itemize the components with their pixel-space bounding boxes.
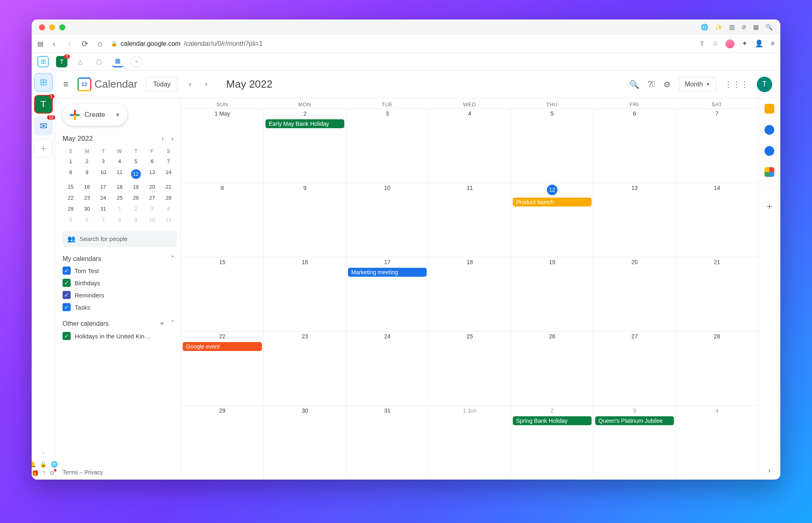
ext-calendar-active[interactable]: ▦ (112, 56, 123, 67)
shield-icon[interactable]: ⊘ (741, 24, 747, 31)
calendar-item[interactable]: ✓Holidays in the United Kin… (63, 332, 177, 340)
day-cell[interactable]: 23 (263, 331, 346, 405)
day-cell[interactable]: 24 (346, 331, 428, 405)
chevron-down-icon[interactable]: ˅ (42, 452, 45, 458)
day-cell[interactable]: 4 (428, 109, 511, 183)
day-cell[interactable]: 31 (346, 406, 428, 480)
minical-day[interactable]: 2 (79, 156, 95, 167)
new-tab-button[interactable]: ＋ (131, 56, 142, 67)
minical-day[interactable]: 10 (95, 167, 111, 181)
minical-day[interactable]: 20 (144, 181, 160, 192)
day-cell[interactable]: 13 (593, 183, 676, 257)
calendar-checkbox[interactable]: ✓ (63, 267, 71, 275)
ext-doc[interactable]: ▢ (93, 56, 105, 67)
panel-icon[interactable]: ▤ (37, 40, 43, 47)
minical-day[interactable]: 9 (128, 214, 144, 225)
minical-day[interactable]: 16 (79, 181, 95, 192)
day-cell[interactable]: 20 (593, 257, 676, 331)
minical-day[interactable]: 8 (111, 214, 127, 225)
search-people-input[interactable]: 👥 Search for people (63, 231, 177, 247)
add-calendar-icon[interactable]: ＋ (159, 319, 165, 328)
minical-prev[interactable]: ‹ (162, 135, 164, 142)
minical-day[interactable]: 23 (79, 192, 95, 203)
address-bar[interactable]: 🔒 calendar.google.com/calendar/u/0/r/mon… (111, 40, 693, 47)
minical-day[interactable]: 17 (95, 181, 111, 192)
gear-icon[interactable]: ⚙ (50, 470, 55, 476)
account-icon[interactable]: 👤 (755, 39, 763, 48)
calendar-checkbox[interactable]: ✓ (63, 279, 71, 287)
privacy-link[interactable]: Privacy (84, 469, 103, 476)
profile-avatar[interactable] (726, 39, 734, 48)
hamburger-icon[interactable]: ≡ (63, 79, 69, 90)
maps-icon[interactable] (764, 167, 774, 177)
minical-day[interactable]: 7 (160, 156, 177, 167)
day-cell[interactable]: 25 (428, 331, 511, 405)
minical-day[interactable]: 25 (111, 192, 127, 203)
minical-day[interactable]: 5 (63, 214, 79, 225)
day-cell[interactable]: 12Product launch (511, 183, 593, 257)
minimize-window-button[interactable] (49, 24, 55, 30)
globe-icon[interactable]: 🌐 (701, 24, 708, 31)
day-cell[interactable]: 29 (181, 406, 263, 480)
day-cell[interactable]: 1 May (181, 109, 263, 183)
addons-plus-icon[interactable]: ＋ (765, 200, 774, 212)
calendar-item[interactable]: ✓Birthdays (63, 279, 177, 287)
calendar-checkbox[interactable]: ✓ (63, 332, 71, 340)
minical-day[interactable]: 13 (144, 167, 160, 181)
calendar-item[interactable]: ✓Tasks (63, 303, 177, 311)
globe-icon[interactable]: 🌐 (51, 461, 58, 467)
search-icon[interactable]: 🔍 (629, 80, 639, 89)
minical-day[interactable]: 3 (144, 203, 160, 214)
minical-day[interactable]: 22 (63, 192, 79, 203)
minical-day[interactable]: 12 (128, 167, 144, 181)
hide-panel-button[interactable]: › (768, 466, 771, 475)
minical-day[interactable]: 5 (128, 156, 144, 167)
share-icon[interactable]: ⇧ (699, 39, 705, 48)
help-icon[interactable]: ? (43, 470, 46, 476)
day-cell[interactable]: 16 (263, 257, 346, 331)
day-cell[interactable]: 22Google event (181, 331, 263, 405)
calendar-checkbox[interactable]: ✓ (63, 291, 71, 299)
help-icon[interactable]: ?⃝ (648, 80, 655, 89)
ext-tab-t[interactable]: T1 (56, 56, 67, 67)
minical-day[interactable]: 24 (95, 192, 111, 203)
day-cell[interactable]: 15 (181, 257, 263, 331)
bell-icon[interactable]: 🔔 (32, 461, 36, 467)
calendar-event[interactable]: Queen's Platinum Jubilee (595, 416, 674, 425)
day-cell[interactable]: 4 (676, 406, 758, 480)
sidebar-icon[interactable]: ▥ (729, 24, 735, 31)
calendar-event[interactable]: Spring Bank Holiday (513, 416, 592, 425)
day-cell[interactable]: 5 (511, 109, 593, 183)
today-button[interactable]: Today (146, 77, 177, 92)
minical-day[interactable]: 27 (144, 192, 160, 203)
calendar-event[interactable]: Marketing meeting (348, 268, 427, 277)
account-avatar[interactable]: T (757, 77, 772, 92)
day-cell[interactable]: 10 (346, 183, 428, 257)
day-cell[interactable]: 18 (428, 257, 511, 331)
minical-day[interactable]: 21 (160, 181, 177, 192)
minical-day[interactable]: 18 (111, 181, 127, 192)
forward-button[interactable]: › (65, 39, 74, 48)
minical-day[interactable]: 28 (160, 192, 177, 203)
minical-day[interactable]: 6 (144, 156, 160, 167)
day-cell[interactable]: 14 (676, 183, 758, 257)
day-cell[interactable]: 3 (346, 109, 428, 183)
day-cell[interactable]: 6 (593, 109, 676, 183)
keep-icon[interactable] (764, 104, 774, 114)
day-cell[interactable]: 8 (181, 183, 263, 257)
minical-next[interactable]: › (171, 135, 173, 142)
calendar-item[interactable]: ✓Reminders (63, 291, 177, 299)
minical-day[interactable]: 29 (63, 203, 79, 214)
terms-link[interactable]: Terms (63, 469, 78, 476)
workspace-icon[interactable]: ⊞ (37, 56, 49, 67)
minical-day[interactable]: 10 (144, 214, 160, 225)
gift-icon[interactable]: 🎁 (32, 470, 39, 476)
day-cell[interactable]: 3Queen's Platinum Jubilee (593, 406, 676, 480)
star-icon[interactable]: ☆ (712, 39, 718, 48)
day-cell[interactable]: 2Early May Bank Holiday (263, 109, 346, 183)
minical-day[interactable]: 4 (160, 203, 177, 214)
day-cell[interactable]: 27 (593, 331, 676, 405)
prev-period-button[interactable]: ‹ (186, 80, 194, 88)
create-button[interactable]: Create ▼ (63, 104, 127, 126)
dock-app-t[interactable]: T 1 (34, 95, 53, 114)
